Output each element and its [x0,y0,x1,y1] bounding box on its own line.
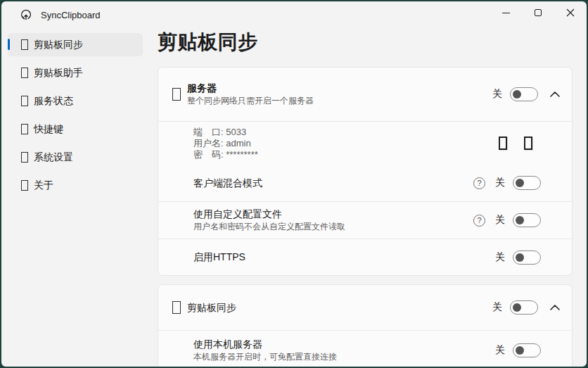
app-title: SyncClipboard [41,10,101,20]
selected-indicator [8,39,10,50]
page-title: 剪贴板同步 [158,30,573,55]
port-line: 端 口: 5033 [193,127,258,138]
password-line: 密 码: ********* [193,149,258,160]
clipboard-sync-icon [21,39,28,50]
maximize-button[interactable] [522,1,554,24]
toggle-state-label: 关 [495,251,505,264]
use-local-server-subtitle: 本机服务器开启时，可免配置直接连接 [193,351,337,363]
clipboard-sync-toggle-state-label: 关 [492,301,502,314]
server-title: 服务器 [187,82,314,95]
spacer [541,257,561,258]
clipboard-sync-header-row: 剪贴板同步 关 [158,285,572,330]
username-value: admin [226,138,250,148]
server-collapse-button[interactable] [549,89,561,100]
maximize-icon [535,9,542,16]
clipboard-sync-card: 剪贴板同步 关 [158,284,573,367]
spacer [541,183,561,184]
toggle-state-label: 关 [495,177,505,189]
port-value: 5033 [226,127,246,137]
sidebar-item-clipboard-assistant[interactable]: 剪贴板助手 [8,61,143,84]
close-button[interactable] [554,1,587,24]
custom-config-row: 使用自定义配置文件 用户名和密码不会从自定义配置文件读取 ? 关 [158,201,572,239]
main-content: 剪贴板同步 服务器 整个同步网络只需开启一个服务器 关 [149,28,587,367]
service-status-icon [21,96,28,106]
server-header-row: 服务器 整个同步网络只需开启一个服务器 关 [158,68,572,121]
client-mixed-mode-label: 客户端混合模式 [193,177,262,190]
sidebar-item-label: 关于 [34,179,53,192]
client-mixed-mode-toggle[interactable] [513,176,541,190]
server-icon [172,88,181,101]
password-value: ********* [226,149,258,160]
sidebar-item-service-status[interactable]: 服务状态 [8,89,143,113]
toggle-knob [516,216,524,224]
sidebar-item-label: 剪贴板助手 [34,67,83,80]
window-controls [490,1,587,24]
server-toggle-state-label: 关 [492,88,502,101]
chevron-up-icon [550,305,560,310]
username-line: 用户名: admin [193,138,258,149]
edit-icon[interactable] [524,137,532,150]
toggle-knob [513,90,521,99]
custom-config-subtitle: 用户名和密码不会从自定义配置文件读取 [193,221,345,233]
titlebar: SyncClipboard [1,1,587,28]
sidebar-item-system-settings[interactable]: 系统设置 [8,146,143,169]
close-icon [566,8,575,17]
sidebar-item-label: 剪贴板同步 [34,39,83,51]
sidebar-item-clipboard-sync[interactable]: 剪贴板同步 [8,33,143,56]
use-local-server-toggle[interactable] [513,343,541,357]
use-local-server-row: 使用本机服务器 本机服务器开启时，可免配置直接连接 关 [158,330,572,367]
sidebar-item-label: 系统设置 [34,151,73,164]
spacer [541,350,561,350]
use-local-server-label: 使用本机服务器 [193,338,337,351]
toggle-knob [516,179,524,187]
server-toggle-switch[interactable] [510,87,538,101]
custom-config-label: 使用自定义配置文件 [193,208,345,221]
client-mixed-mode-row: 客户端混合模式 ? 关 [158,165,572,201]
toggle-knob [513,303,521,312]
port-label: 端 口: [193,127,226,137]
hotkey-icon [21,124,28,134]
custom-config-toggle[interactable] [513,213,541,227]
server-subtitle: 整个同步网络只需开启一个服务器 [187,95,314,107]
help-icon[interactable]: ? [473,177,485,189]
clipboard-sync-toggle-switch[interactable] [510,300,538,315]
password-label: 密 码: [193,149,226,160]
about-icon [21,180,28,191]
enable-https-label: 启用HTTPS [193,250,245,264]
help-icon[interactable]: ? [473,215,485,227]
sidebar-item-about[interactable]: 关于 [8,174,143,197]
toggle-state-label: 关 [495,214,505,227]
enable-https-row: 启用HTTPS 关 [158,239,572,275]
server-connection-info: 端 口: 5033 用户名: admin 密 码: ********* [193,127,258,160]
server-connection-info-row: 端 口: 5033 用户名: admin 密 码: ********* [158,121,572,165]
clipboard-sync-collapse-button[interactable] [549,302,561,313]
spacer [541,220,561,221]
enable-https-toggle[interactable] [513,250,541,265]
sidebar-item-label: 服务状态 [34,95,73,108]
clipboard-assistant-icon [21,68,28,78]
copy-icon[interactable] [499,137,507,150]
app-logo-sync-icon [20,8,32,21]
minimize-icon [502,13,510,13]
minimize-button[interactable] [490,1,522,24]
clipboard-sync-icon [172,301,181,314]
chevron-up-icon [550,91,560,97]
toggle-state-label: 关 [495,344,505,357]
sidebar: 剪贴板同步 剪贴板助手 服务状态 快捷键 系统设置 [1,28,149,367]
sidebar-item-hotkeys[interactable]: 快捷键 [8,118,143,141]
server-settings-card: 服务器 整个同步网络只需开启一个服务器 关 [158,67,573,276]
sidebar-item-label: 快捷键 [34,123,63,136]
system-settings-icon [21,152,28,163]
username-label: 用户名: [193,138,226,148]
toggle-knob [516,253,524,262]
clipboard-sync-title: 剪贴板同步 [187,301,236,315]
app-window: SyncClipboard 剪贴板同步 [0,0,588,368]
toggle-knob [516,346,524,355]
